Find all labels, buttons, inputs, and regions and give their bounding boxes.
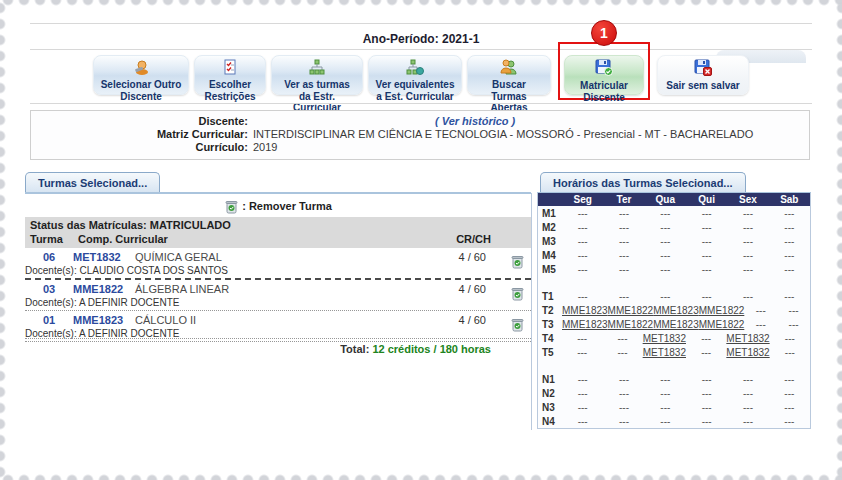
schedule-course-link[interactable]: MME1822	[699, 319, 745, 330]
schedule-empty-cell: ---	[744, 319, 777, 330]
schedule-course-link[interactable]: MET1832	[643, 347, 686, 358]
schedule-empty-cell: ---	[769, 208, 810, 219]
schedule-empty-cell: ---	[769, 402, 810, 413]
button-label: Escolher Restrições	[200, 79, 260, 103]
schedule-course-link[interactable]: MME1822	[608, 305, 654, 316]
curriculo-label: Currículo:	[31, 141, 253, 153]
schedule-course-link[interactable]: MET1832	[726, 347, 769, 358]
course-code-link[interactable]: MME1822	[73, 283, 135, 295]
col-comp-curricular: Comp. Curricular	[78, 233, 401, 245]
schedule-empty-cell: ---	[562, 236, 603, 247]
remove-class-button[interactable]	[510, 254, 525, 272]
stamp-border-right	[830, 0, 842, 480]
schedule-row-label: M5	[538, 264, 562, 275]
view-equivalents-button[interactable]: Ver equivalentes a Est. Curricular	[368, 55, 462, 95]
schedule-empty-cell: ---	[645, 264, 686, 275]
schedule-empty-cell: ---	[645, 208, 686, 219]
schedule-empty-cell: ---	[603, 222, 644, 233]
exit-without-saving-button[interactable]: Sair sem salvar	[657, 55, 749, 95]
tab-label: Horários das Turmas Selecionad...	[553, 177, 733, 189]
schedule-empty-cell: ---	[645, 402, 686, 413]
total-line: Total: 12 créditos / 180 horas	[25, 338, 531, 355]
schedule-row-label: M4	[538, 250, 562, 261]
schedule-day-header: Sex	[727, 194, 768, 205]
schedule-day-header: Seg	[562, 194, 603, 205]
class-row: 06MET1832QUÍMICA GERAL4 / 60Docente(s): …	[25, 248, 531, 280]
search-open-classes-button[interactable]: Buscar Turmas Abertas	[467, 55, 551, 95]
remove-legend-text: : Remover Turma	[242, 200, 332, 212]
schedule-course-cell: MME1823	[562, 319, 608, 330]
schedule-empty-cell: ---	[727, 264, 768, 275]
step-badge: 1	[591, 20, 617, 46]
schedule-row-label: T4	[538, 333, 562, 344]
schedule-empty-cell: ---	[686, 374, 727, 385]
schedule-empty-cell: ---	[686, 347, 726, 358]
trash-icon	[510, 257, 525, 272]
schedule-course-link[interactable]: MME1823	[653, 305, 699, 316]
schedule-header-row: SegTerQuaQuiSexSab	[538, 193, 810, 206]
schedule-empty-cell: ---	[562, 333, 602, 344]
schedule-course-link[interactable]: MET1832	[643, 333, 686, 344]
schedule-row: N4------------------	[538, 414, 810, 428]
schedule-row: M2------------------	[538, 220, 810, 234]
schedule-course-cell: MET1832	[726, 333, 769, 344]
schedule-empty-cell: ---	[770, 333, 810, 344]
save-check-icon	[595, 59, 613, 80]
schedule-day-header: Qui	[686, 194, 727, 205]
schedule-table: SegTerQuaQuiSexSab M1------------------M…	[537, 193, 811, 429]
course-name: QUÍMICA GERAL	[135, 251, 396, 263]
button-label: Matricular Discente	[570, 80, 638, 104]
course-code-link[interactable]: MET1832	[73, 251, 135, 263]
schedule-empty-cell: ---	[777, 319, 810, 330]
schedule-row: T2MME1823MME1822MME1823MME1822------	[538, 303, 810, 317]
schedule-empty-cell: ---	[602, 347, 642, 358]
remove-class-button[interactable]	[510, 286, 525, 304]
schedule-day-header: Sab	[769, 194, 810, 205]
schedule-course-link[interactable]: MET1832	[726, 333, 769, 344]
schedule-row-label: M3	[538, 236, 562, 247]
trash-icon	[224, 200, 242, 212]
schedule-empty-cell: ---	[603, 264, 644, 275]
schedule-course-link[interactable]: MME1823	[562, 319, 608, 330]
student-info-box: Discente: ( Ver histórico ) Matriz Curri…	[30, 110, 810, 160]
schedule-course-link[interactable]: MME1823	[562, 305, 608, 316]
schedule-course-link[interactable]: MME1823	[653, 319, 699, 330]
class-row: 03MME1822ÁLGEBRA LINEAR4 / 60Docente(s):…	[25, 280, 531, 311]
view-history-link[interactable]: ( Ver histórico )	[435, 115, 515, 127]
schedule-row-label: T1	[538, 291, 562, 302]
schedule-course-cell: MME1822	[608, 305, 654, 316]
schedule-empty-cell: ---	[562, 291, 603, 302]
schedule-empty-cell: ---	[645, 388, 686, 399]
schedule-course-cell: MME1822	[608, 319, 654, 330]
view-curriculum-classes-button[interactable]: Ver as turmas da Estr. Curricular	[271, 55, 363, 95]
schedule-row: N2------------------	[538, 386, 810, 400]
schedule-course-link[interactable]: MME1822	[608, 319, 654, 330]
schedule-day-header: Ter	[603, 194, 644, 205]
schedule-empty-cell: ---	[727, 388, 768, 399]
tab-horarios[interactable]: Horários das Turmas Selecionad...	[540, 172, 746, 192]
remove-class-button[interactable]	[510, 317, 525, 335]
schedule-empty-cell: ---	[727, 250, 768, 261]
remove-legend: : Remover Turma	[25, 199, 531, 214]
schedule-row: M4------------------	[538, 248, 810, 262]
schedule-course-cell: MET1832	[643, 347, 686, 358]
enroll-student-button[interactable]: Matricular Discente	[564, 55, 644, 95]
course-code-link[interactable]: MME1823	[73, 314, 135, 326]
tab-underline	[25, 192, 531, 194]
schedule-empty-cell: ---	[727, 374, 768, 385]
schedule-course-link[interactable]: MME1822	[699, 305, 745, 316]
button-label: Buscar Turmas Abertas	[473, 79, 545, 114]
schedule-empty-cell: ---	[645, 291, 686, 302]
schedule-course-cell: MME1823	[562, 305, 608, 316]
discente-label: Discente:	[31, 115, 253, 127]
schedule-empty-cell: ---	[603, 291, 644, 302]
tab-turmas-selecionadas[interactable]: Turmas Selecionad...	[25, 172, 160, 192]
schedule-course-cell: MME1823	[653, 305, 699, 316]
schedule-empty-cell: ---	[562, 402, 603, 413]
col-turma: Turma	[30, 233, 78, 245]
schedule-row-label: M2	[538, 222, 562, 233]
choose-restrictions-button[interactable]: Escolher Restrições	[194, 55, 266, 95]
class-section-number: 01	[25, 314, 73, 326]
select-other-student-button[interactable]: Selecionar Outro Discente	[93, 55, 189, 95]
schedule-empty-cell: ---	[744, 305, 777, 316]
